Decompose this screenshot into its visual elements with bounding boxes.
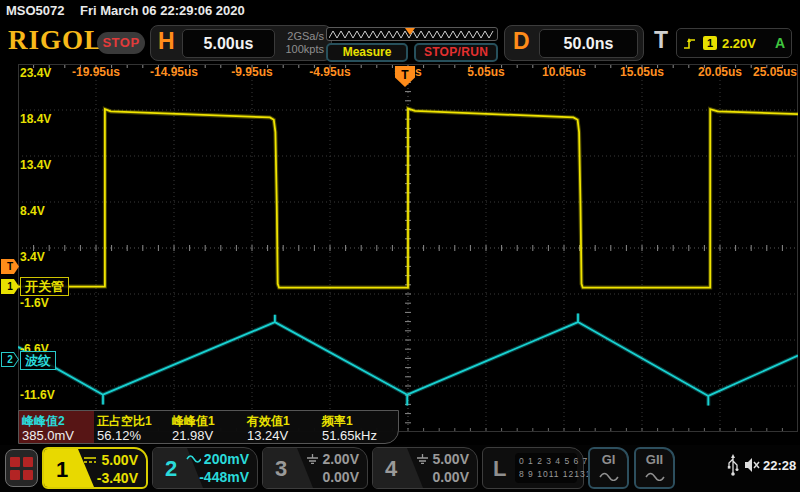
channel-tab-2[interactable]: 2200mV-448mV [152, 447, 258, 489]
channel-number: 4 [379, 456, 403, 482]
volt-label: 8.4V [20, 204, 45, 218]
channel-scale: 200mV [204, 451, 249, 467]
channel-offset: -3.40V [97, 470, 138, 486]
channel-tab-3[interactable]: 32.00V0.00V [262, 447, 368, 489]
channel-tab-1[interactable]: 15.00V-3.40V [42, 447, 148, 489]
measurement-value: 51.65kHz [322, 428, 377, 443]
digital-bit-list: 0 1 2 3 4 5 6 7 8 9 1011 12131415 [515, 453, 577, 483]
channel-status-bar: 15.00V-3.40V2200mV-448mV32.00V0.00V45.00… [0, 445, 800, 492]
acquisition-status-badge: STOP [97, 32, 145, 54]
measurement-value: 385.0mV [22, 428, 74, 443]
measurement-value: 13.24V [247, 428, 288, 443]
measurement-results-bar: 峰峰值2385.0mV正占空比156.12%峰峰值121.98V有效值113.2… [18, 410, 399, 444]
sine-icon [599, 472, 619, 481]
channel2-position-marker[interactable]: 2 [1, 352, 19, 367]
time-label: -9.95us [231, 65, 272, 79]
gnd-coupling-icon [306, 451, 319, 467]
dc-coupling-icon [83, 452, 98, 468]
timebase-value[interactable]: 5.00us [182, 29, 275, 58]
waveform-display [18, 64, 798, 432]
volt-label: -11.6V [20, 388, 55, 402]
volt-label: -1.6V [20, 296, 49, 310]
channel-number: 3 [269, 456, 293, 482]
trigger-label: T [654, 27, 668, 54]
measurement-value: 56.12% [97, 428, 141, 443]
channel-scale: 5.00V [432, 451, 469, 467]
channel1-position-marker[interactable]: 1 [1, 279, 19, 294]
time-label: -4.95us [309, 65, 350, 79]
channel-number: 2 [159, 456, 183, 482]
trigger-mode: A [775, 35, 785, 51]
oscilloscope-screen: MSO5072 Fri March 06 22:29:06 2020 RIGOL… [0, 0, 800, 492]
stop-run-button[interactable]: STOP/RUN [414, 43, 498, 62]
volt-label: 3.4V [20, 250, 45, 264]
measure-button[interactable]: Measure [326, 43, 408, 62]
toolbar: RIGOL STOP H 5.00us 2GSa/s 100kpts Measu… [0, 22, 800, 64]
volt-label: 23.4V [20, 66, 51, 80]
horizontal-settings-button[interactable]: H 5.00us 2GSa/s 100kpts [150, 25, 332, 61]
sample-rate: 2GSa/s [287, 30, 324, 42]
channel-number: 1 [50, 457, 74, 483]
digital-tab-label: L [493, 456, 506, 482]
menu-grid-icon [10, 457, 33, 480]
horizontal-label: H [158, 28, 175, 55]
time-label: 20.05us [698, 65, 742, 79]
gnd-coupling-icon [416, 451, 429, 467]
rising-edge-icon [683, 37, 698, 50]
channel-tab-4[interactable]: 45.00V0.00V [372, 447, 478, 489]
time-label: 5.05us [467, 65, 504, 79]
waveform-label-ch1[interactable]: 开关管 [20, 277, 69, 296]
channel-offset: -448mV [199, 469, 249, 485]
volt-label: 18.4V [20, 112, 51, 126]
channel-offset: 0.00V [432, 469, 469, 485]
usb-icon [726, 454, 740, 476]
memory-depth: 100kpts [285, 43, 324, 55]
volt-label: 13.4V [20, 158, 51, 172]
measurement-item[interactable]: 峰峰值121.98V [169, 411, 244, 444]
time-label: 25.05us [753, 65, 797, 79]
datetime: Fri March 06 22:29:06 2020 [80, 3, 245, 18]
waveform-label-ch2[interactable]: 波纹 [20, 351, 56, 370]
channel-scale: 5.00V [101, 452, 138, 468]
speaker-muted-icon [744, 457, 761, 473]
time-label: 10.05us [542, 65, 586, 79]
waveform-gen1-button[interactable]: GI [588, 447, 629, 489]
measurement-item[interactable]: 正占空比156.12% [94, 411, 169, 444]
status-bar: MSO5072 Fri March 06 22:29:06 2020 [0, 0, 800, 22]
channel-scale: 2.00V [322, 451, 359, 467]
delay-label: D [513, 28, 530, 55]
time-label: 15.05us [620, 65, 664, 79]
measurement-item[interactable]: 有效值113.24V [244, 411, 319, 444]
waveform-trace [18, 109, 798, 288]
trigger-source-badge: 1 [703, 36, 717, 50]
model-name: MSO5072 [6, 3, 65, 18]
waveform-trace [18, 314, 798, 406]
quick-menu-button[interactable] [5, 449, 38, 487]
clock: 22:28 [763, 458, 796, 473]
time-label: -14.95us [150, 65, 198, 79]
trigger-level-marker[interactable]: T [1, 259, 19, 274]
waveform-gen2-button[interactable]: GII [634, 447, 675, 489]
rigol-logo: RIGOL [8, 25, 103, 56]
measurement-item[interactable]: 频率151.65kHz [319, 411, 394, 444]
trigger-level-value: 2.20V [722, 36, 756, 51]
delay-settings-button[interactable]: D 50.0ns [504, 25, 644, 61]
sample-rate-memdepth: 2GSa/s 100kpts [285, 30, 324, 56]
measurement-item[interactable]: 峰峰值2385.0mV [19, 411, 94, 444]
delay-value[interactable]: 50.0ns [539, 29, 638, 58]
channel-offset: 0.00V [322, 469, 359, 485]
measurement-value: 21.98V [172, 428, 213, 443]
trigger-position-indicator [405, 28, 415, 35]
waveform-glow [18, 314, 798, 406]
sine-icon [645, 472, 665, 481]
memory-position-strip[interactable] [326, 27, 498, 41]
time-label: -19.95us [72, 65, 120, 79]
ac-coupling-icon [186, 451, 201, 467]
trigger-info-box[interactable]: 1 2.20V A [676, 28, 792, 58]
digital-channels-tab[interactable]: L 0 1 2 3 4 5 6 7 8 9 1011 12131415 [482, 447, 584, 489]
trigger-settings-button[interactable]: T 1 2.20V A [650, 25, 792, 61]
